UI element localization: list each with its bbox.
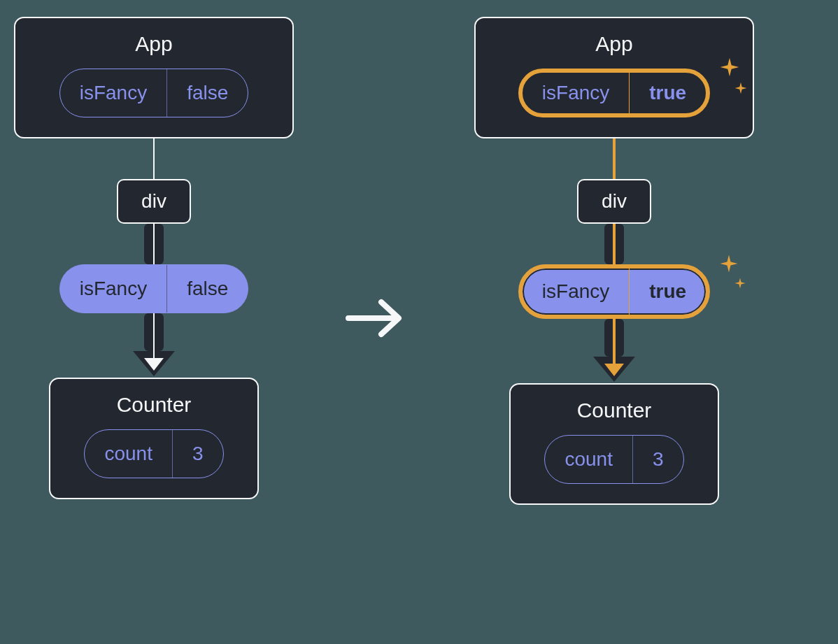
state-pill-counter: count 3: [84, 429, 223, 478]
node-title-counter: Counter: [577, 399, 652, 422]
connector: [7, 138, 301, 179]
state-name: isFancy: [523, 73, 630, 113]
state-pill-app-highlighted: isFancy true: [518, 69, 710, 117]
connector: [467, 138, 761, 179]
connector: [7, 224, 301, 264]
prop-value: true: [630, 269, 706, 315]
sparkle-icon: [718, 253, 739, 274]
node-title-div: div: [602, 190, 627, 213]
node-title-app: App: [595, 32, 632, 56]
connector: [467, 224, 761, 264]
tree-before: App isFancy false div isFancy false: [7, 17, 301, 499]
node-app: App isFancy false: [14, 17, 294, 138]
transition-arrow-icon: [343, 294, 413, 345]
arrow-down-icon: [604, 364, 624, 376]
state-pill-app: isFancy false: [59, 69, 249, 117]
node-div: div: [117, 179, 191, 224]
state-pill-counter: count 3: [544, 435, 683, 484]
node-app: App isFancy true: [474, 17, 754, 138]
node-title-app: App: [135, 32, 172, 56]
prop-name: isFancy: [523, 269, 630, 315]
node-counter: Counter count 3: [49, 378, 259, 499]
node-counter: Counter count 3: [509, 383, 719, 505]
state-name: count: [85, 430, 173, 478]
prop-pill-highlighted: isFancy true: [518, 264, 710, 319]
prop-name: isFancy: [60, 265, 167, 313]
tree-after: App isFancy true div is: [467, 17, 761, 505]
sparkle-icon: [734, 277, 746, 289]
sparkle-icon: [734, 81, 748, 95]
arrow-down-icon: [144, 358, 164, 371]
node-title-counter: Counter: [117, 393, 192, 417]
connector-arrow: [467, 319, 761, 383]
sparkle-icon: [718, 56, 741, 78]
state-name: count: [545, 436, 633, 483]
node-title-div: div: [141, 190, 166, 213]
connector-arrow: [7, 313, 301, 378]
state-value: 3: [633, 436, 683, 483]
state-name: isFancy: [60, 69, 167, 117]
node-div: div: [577, 179, 651, 224]
prop-value: false: [167, 265, 248, 313]
state-value: true: [630, 73, 706, 113]
state-value: false: [167, 69, 248, 117]
state-value: 3: [173, 430, 223, 478]
prop-pill: isFancy false: [59, 264, 249, 313]
